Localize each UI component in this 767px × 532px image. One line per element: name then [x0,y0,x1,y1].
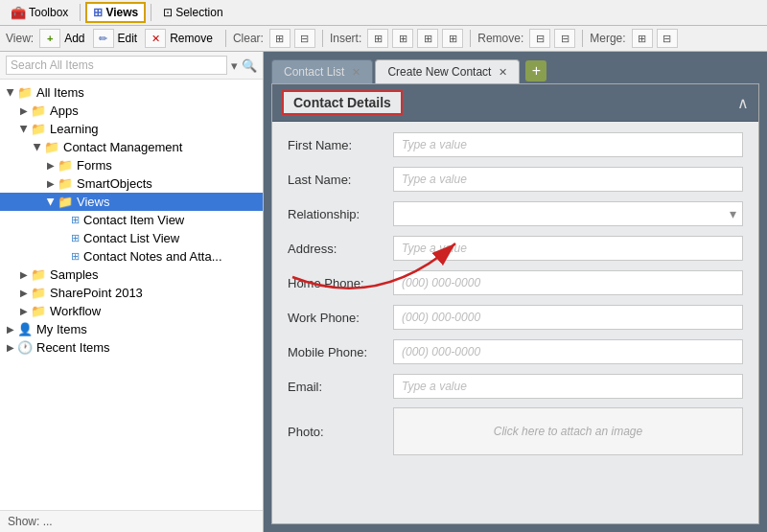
insert-btn4[interactable]: ⊞ [442,29,463,48]
folder-icon-samples: 📁 [31,267,46,282]
tab-create-new-contact-close[interactable]: ✕ [499,66,507,79]
tree-item-learning[interactable]: ▶ 📁 Learning [0,120,263,138]
tree-item-contact-list-view[interactable]: ⊞ Contact List View [0,229,263,247]
form-row-email: Email: [288,373,743,400]
tree-arrow-forms: ▶ [44,160,58,171]
tree-arrow-all-items: ▶ [6,86,16,100]
tree-item-my-items[interactable]: ▶ 👤 My Items [0,320,263,338]
edit-button[interactable]: ✏ [93,29,114,48]
tree-item-forms[interactable]: ▶ 📁 Forms [0,156,263,174]
form-title-text: Contact Details [293,95,391,110]
tree-item-contact-notes[interactable]: ⊞ Contact Notes and Atta... [0,247,263,266]
folder-icon-smartobjects: 📁 [58,176,73,191]
tab-create-new-contact[interactable]: Create New Contact ✕ [375,59,520,83]
input-address[interactable] [393,236,743,261]
remove-button[interactable]: ✕ [145,29,166,48]
tree-label-views: Views [77,195,109,209]
form-row-home-phone: Home Phone: [288,269,743,296]
remove2-btn2[interactable]: ⊟ [554,29,575,48]
content-inner: Contact List ✕ Create New Contact ✕ + Co… [264,52,767,532]
search-bar: ▾ 🔍 [0,52,263,80]
tree-item-all-items[interactable]: ▶ 📁 All Items [0,83,263,102]
tree-item-views[interactable]: ▶ 📁 Views [0,193,263,211]
search-input[interactable] [6,56,227,75]
insert-btn2[interactable]: ⊞ [392,29,413,48]
remove2-btn1[interactable]: ⊟ [529,29,550,48]
tab-create-new-contact-label: Create New Contact [387,65,491,79]
tab-contact-list-close[interactable]: ✕ [352,66,360,79]
tree-label-learning: Learning [50,122,99,136]
input-email[interactable] [393,374,743,399]
tree-item-smartobjects[interactable]: ▶ 📁 SmartObjects [0,174,263,193]
folder-icon-sharepoint: 📁 [31,286,46,300]
views-button[interactable]: ⊞ Views [85,2,146,23]
tree-item-samples[interactable]: ▶ 📁 Samples [0,266,263,284]
sep4 [322,30,323,47]
tab-add-button[interactable]: + [525,60,546,81]
remove-label: Remove [170,32,213,45]
tree-label-contact-notes: Contact Notes and Atta... [83,249,222,264]
form-row-mobile-phone: Mobile Phone: [288,338,743,365]
tree-item-sharepoint[interactable]: ▶ 📁 SharePoint 2013 [0,284,263,302]
tree-item-apps[interactable]: ▶ 📁 Apps [0,102,263,120]
photo-placeholder-text: Click here to attach an image [494,425,642,438]
toolbox-button[interactable]: 🧰 Toolbox [4,2,75,23]
toolbox-icon: 🧰 [11,6,26,20]
tree-item-contact-mgmt[interactable]: ▶ 📁 Contact Management [0,138,263,156]
tree-item-contact-item-view[interactable]: ⊞ Contact Item View [0,211,263,229]
folder-icon-contact-mgmt: 📁 [44,140,59,154]
search-icon[interactable]: 🔍 [242,58,257,73]
insert-btn3[interactable]: ⊞ [417,29,438,48]
dropdown-icon[interactable]: ▾ [231,58,238,73]
input-home-phone[interactable] [393,270,743,295]
clear-btn2[interactable]: ⊟ [294,29,315,48]
input-work-phone[interactable] [393,305,743,330]
sidebar: ▾ 🔍 ▶ 📁 All Items ▶ 📁 Apps ▶ 📁 Learning [0,52,264,532]
show-bar[interactable]: Show: ... [0,510,263,532]
add-button[interactable]: + [39,29,60,48]
view-icon-clv: ⊞ [71,232,80,244]
view-icon-cn: ⊞ [71,250,80,263]
label-last-name: Last Name: [288,173,393,187]
form-row-address: Address: [288,235,743,262]
tree-label-contact-mgmt: Contact Management [63,140,182,154]
sep5 [470,30,471,47]
tree-label-contact-item-view: Contact Item View [83,213,184,227]
form-body: First Name: Last Name: Relationship: ▾ [272,122,758,523]
tree-item-recent-items[interactable]: ▶ 🕐 Recent Items [0,338,263,357]
insert-btn1[interactable]: ⊞ [367,29,388,48]
label-work-phone: Work Phone: [288,311,393,325]
label-email: Email: [288,380,393,394]
select-relationship[interactable]: ▾ [393,201,743,226]
form-panel: Contact Details ∧ First Name: Last Name: [271,83,759,524]
sep3 [225,30,226,47]
folder-icon-views: 📁 [58,195,73,209]
tab-contact-list[interactable]: Contact List ✕ [271,59,373,83]
view-icon-civ: ⊞ [71,214,80,226]
selection-button[interactable]: ⊡ Selection [156,2,229,23]
form-collapse-chevron[interactable]: ∧ [737,94,749,112]
tree-label-my-items: My Items [36,322,87,336]
show-label: Show: ... [8,515,53,528]
tree-item-workflow[interactable]: ▶ 📁 Workflow [0,302,263,320]
views-label: Views [105,6,138,19]
merge-btn2[interactable]: ⊟ [657,29,678,48]
tree-arrow-my-items: ▶ [4,324,17,335]
form-row-work-phone: Work Phone: [288,304,743,331]
tree-label-sharepoint: SharePoint 2013 [50,286,143,300]
input-first-name[interactable] [393,132,743,157]
tree-arrow-recent-items: ▶ [4,342,17,353]
tree-label-all-items: All Items [36,85,84,100]
tree-label-smartobjects: SmartObjects [77,176,152,191]
label-relationship: Relationship: [288,207,393,221]
merge-btn1[interactable]: ⊞ [632,29,653,48]
input-mobile-phone[interactable] [393,339,743,364]
clear-btn1[interactable]: ⊞ [269,29,291,48]
label-mobile-phone: Mobile Phone: [288,345,393,359]
input-last-name[interactable] [393,167,743,192]
photo-upload-box[interactable]: Click here to attach an image [393,407,743,455]
tabs-row: Contact List ✕ Create New Contact ✕ + [271,59,759,83]
form-row-relationship: Relationship: ▾ [288,200,743,227]
form-row-last-name: Last Name: [288,166,743,193]
main-layout: ▾ 🔍 ▶ 📁 All Items ▶ 📁 Apps ▶ 📁 Learning [0,52,767,532]
